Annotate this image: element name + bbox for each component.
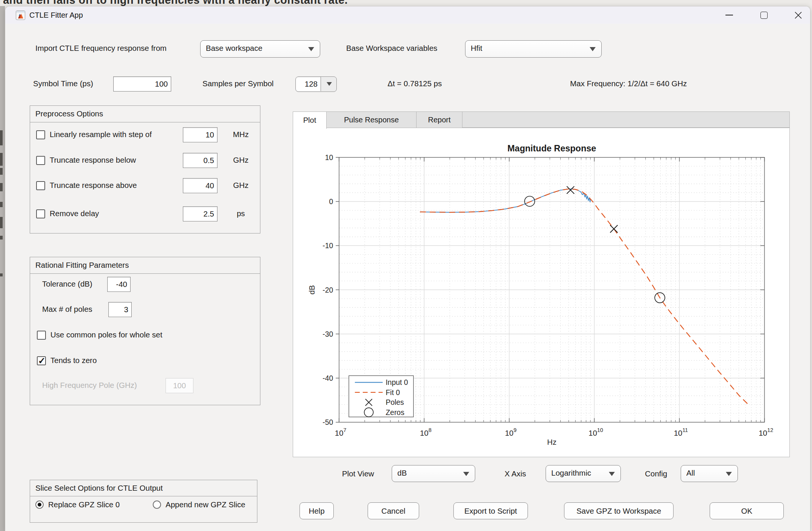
background-text: and then falls off to high frequencies w… — [3, 0, 348, 6]
export-to-script-button[interactable]: Export to Script — [453, 502, 528, 519]
workspace-variables-value: Hfit — [471, 44, 482, 53]
import-source-value: Base workspace — [206, 44, 262, 53]
workspace-variables-dropdown[interactable]: Hfit — [465, 40, 602, 58]
preprocess-panel-title: Preprocess Options — [35, 109, 103, 118]
import-source-dropdown[interactable]: Base workspace — [200, 40, 320, 58]
truncate-below-input[interactable] — [183, 153, 217, 168]
tab-plot[interactable]: Plot — [293, 112, 327, 129]
x-axis-label: Hz — [547, 438, 557, 446]
chevron-down-icon — [327, 82, 332, 86]
chart-legend[interactable]: Input 0Fit 0PolesZeros — [349, 375, 414, 417]
fitting-panel: Rational Fitting Parameters Tolerance (d… — [30, 257, 260, 405]
replace-gpz-radio[interactable] — [35, 500, 44, 509]
remove-delay-label: Remove delay — [50, 209, 99, 218]
maximize-button[interactable] — [752, 6, 776, 24]
truncate-above-unit-label: GHz — [226, 181, 256, 190]
svg-text:Input 0: Input 0 — [386, 378, 408, 386]
tab-pulse-response[interactable]: Pulse Response — [327, 112, 417, 128]
fitting-panel-title: Rational Fitting Parameters — [35, 261, 129, 270]
help-button[interactable]: Help — [300, 502, 334, 519]
series-input-0 — [420, 189, 590, 212]
close-button[interactable] — [786, 6, 810, 24]
series-fit-0 — [420, 189, 747, 404]
minimize-button[interactable] — [717, 6, 741, 24]
truncate-above-input[interactable] — [183, 178, 217, 193]
resample-unit-label: MHz — [226, 130, 256, 139]
max-poles-input[interactable] — [108, 302, 132, 317]
samples-dropdown-button[interactable] — [321, 77, 336, 91]
panel-divider — [30, 496, 257, 496]
close-icon — [795, 12, 802, 19]
save-gpz-button[interactable]: Save GPZ to Workspace — [564, 502, 674, 519]
plot-view-dropdown[interactable]: dB — [392, 465, 475, 482]
truncate-below-unit-label: GHz — [226, 156, 256, 165]
remove-delay-checkbox[interactable] — [36, 209, 45, 218]
tends-to-zero-checkbox[interactable] — [37, 356, 46, 365]
x-axis-dropdown[interactable]: Logarithmic — [546, 465, 621, 482]
chart-title: Magnitude Response — [508, 143, 596, 153]
tab-report[interactable]: Report — [417, 112, 462, 128]
chevron-down-icon — [308, 47, 314, 51]
slice-panel: Slice Select Options for CTLE Output Rep… — [30, 480, 257, 523]
svg-text:-40: -40 — [322, 374, 333, 382]
title-bar[interactable]: CTLE Fitter App — [5, 6, 810, 24]
import-source-label: Import CTLE frequency response from — [35, 44, 167, 53]
svg-text:Poles: Poles — [386, 398, 404, 406]
svg-text:-50: -50 — [322, 418, 333, 426]
panel-divider — [30, 273, 260, 274]
truncate-below-label: Truncate response below — [50, 156, 136, 165]
truncate-below-checkbox[interactable] — [36, 156, 45, 165]
plot-view-label: Plot View — [342, 469, 374, 478]
append-gpz-radio[interactable] — [153, 500, 161, 509]
window-title: CTLE Fitter App — [29, 11, 83, 20]
truncate-above-checkbox[interactable] — [36, 181, 45, 190]
resample-label: Linearly resample with step of — [50, 130, 152, 139]
svg-text:Fit 0: Fit 0 — [386, 388, 400, 397]
app-window: CTLE Fitter App Import CTLE frequency re… — [5, 6, 810, 531]
svg-text:1012: 1012 — [759, 427, 773, 437]
panel-divider — [30, 122, 260, 122]
config-value: All — [686, 468, 695, 478]
tolerance-label: Tolerance (dB) — [42, 279, 92, 288]
svg-text:0: 0 — [329, 197, 333, 206]
common-poles-checkbox[interactable] — [37, 331, 46, 340]
resample-step-input[interactable] — [183, 127, 217, 142]
delta-t-text: Δt = 0.78125 ps — [388, 79, 442, 88]
samples-per-symbol-input[interactable] — [296, 77, 321, 91]
cancel-button[interactable]: Cancel — [368, 502, 419, 519]
truncate-above-label: Truncate response above — [50, 181, 137, 190]
chevron-down-icon — [609, 472, 615, 476]
svg-text:-30: -30 — [322, 330, 333, 338]
resample-checkbox[interactable] — [36, 130, 45, 139]
matlab-app-icon — [16, 11, 25, 20]
svg-text:-10: -10 — [322, 241, 333, 250]
zero-markers — [525, 196, 665, 303]
pole-markers — [567, 186, 617, 233]
chevron-down-icon — [726, 472, 732, 476]
svg-text:1011: 1011 — [674, 427, 688, 437]
minimize-icon — [725, 15, 733, 15]
magnitude-response-chart: -50-40-30-20-10010107108109101010111012M… — [293, 128, 789, 457]
hf-pole-label: High Frequency Pole (GHz) — [42, 381, 137, 390]
svg-text:1010: 1010 — [588, 427, 603, 437]
tolerance-input[interactable] — [107, 277, 131, 292]
config-dropdown[interactable]: All — [681, 465, 738, 482]
tends-to-zero-label: Tends to zero — [50, 356, 97, 365]
slice-panel-title: Slice Select Options for CTLE Output — [35, 484, 163, 493]
ok-button[interactable]: OK — [710, 502, 784, 519]
config-label: Config — [645, 469, 667, 478]
remove-delay-input[interactable] — [183, 206, 217, 221]
x-axis-value: Logarithmic — [551, 468, 591, 478]
plot-panel: -50-40-30-20-10010107108109101010111012M… — [293, 128, 790, 457]
preprocess-panel: Preprocess Options Linearly resample wit… — [30, 105, 260, 233]
max-poles-label: Max # of poles — [42, 305, 92, 314]
max-frequency-text: Max Frequency: 1/2/Δt = 640 GHz — [570, 79, 687, 88]
plot-view-value: dB — [397, 468, 407, 478]
workspace-variables-label: Base Workspace variables — [346, 44, 437, 53]
svg-text:108: 108 — [420, 427, 432, 437]
remove-delay-unit-label: ps — [226, 209, 256, 218]
symbol-time-input[interactable] — [113, 76, 171, 92]
svg-text:107: 107 — [335, 427, 347, 437]
tab-strip: Plot Pulse Response Report — [293, 111, 790, 128]
common-poles-label: Use common poles for whole set — [50, 330, 162, 339]
